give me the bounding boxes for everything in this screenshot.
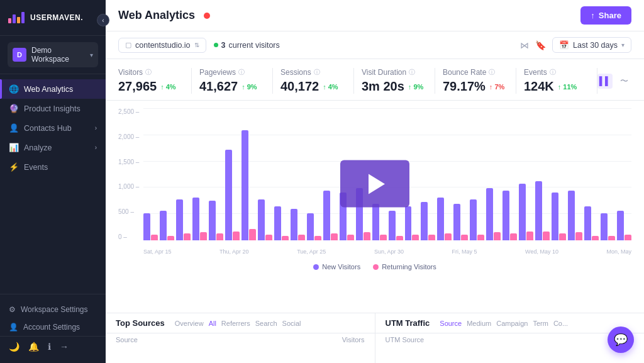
bar-group	[143, 108, 158, 240]
logout-icon[interactable]: →	[60, 342, 69, 352]
legend-new-visitors: New Visitors	[313, 263, 360, 271]
chart-legend: New Visitors Returning Visitors	[118, 263, 631, 271]
bar-group	[535, 108, 550, 240]
returning-visitors-bar	[445, 233, 452, 240]
notifications-icon[interactable]: 🔔	[28, 342, 39, 352]
dark-mode-icon[interactable]: 🌙	[9, 342, 19, 352]
top-sources-col-headers: Source Visitors	[106, 333, 375, 346]
bounce-rate-info-icon: ⓘ	[489, 68, 495, 77]
metrics-row: Visitors ⓘ 27,965 ↑ 4% Pageviews ⓘ 41,62…	[106, 59, 644, 101]
sidebar-item-analyze[interactable]: 📊 Analyze ›	[0, 138, 106, 157]
returning-visitors-bar	[510, 233, 517, 240]
new-visitors-bar	[307, 213, 314, 240]
pageviews-info-icon: ⓘ	[238, 68, 245, 77]
share-button[interactable]: ↑ Share	[580, 6, 631, 25]
new-visitors-bar	[258, 199, 265, 240]
returning-visitors-bar	[200, 232, 207, 240]
workspace-selector[interactable]: D Demo Workspace ▾	[8, 42, 98, 67]
referrers-tab[interactable]: Referrers	[221, 320, 250, 327]
utm-traffic-col-headers: UTM Source Visitors	[375, 333, 645, 346]
returning-visitors-bar	[233, 232, 240, 240]
metric-sessions: Sessions ⓘ 40,172 ↑ 4%	[273, 68, 354, 94]
bookmark-icon[interactable]: 🔖	[535, 40, 546, 50]
chart-x-axis: Sat, Apr 15 Thu, Apr 20 Tue, Apr 25 Sun,…	[143, 243, 631, 259]
current-visitors-badge: 3 current visitors	[214, 41, 280, 50]
utm-term-tab[interactable]: Term	[533, 320, 548, 327]
utm-medium-tab[interactable]: Medium	[467, 320, 491, 327]
search-tab[interactable]: Search	[255, 320, 277, 327]
utm-co-tab[interactable]: Co...	[553, 320, 568, 327]
top-sources-table: Top Sources Overview All Referrers Searc…	[106, 313, 375, 363]
top-sources-header: Top Sources Overview All Referrers Searc…	[106, 313, 375, 333]
line-chart-icon[interactable]: 〜	[616, 74, 631, 89]
social-tab[interactable]: Social	[282, 320, 301, 327]
analyze-chevron-icon: ›	[95, 144, 97, 151]
bar-group	[209, 108, 223, 240]
sidebar-item-events[interactable]: ⚡ Events	[0, 157, 106, 177]
utm-traffic-tabs: Source Medium Campaign Term Co...	[440, 320, 568, 327]
bar-group	[225, 108, 240, 240]
chat-icon: 💬	[614, 333, 628, 347]
visitors-col-header: Visitors	[342, 336, 365, 343]
sidebar-item-label: Analyze	[24, 143, 52, 152]
sidebar: USERMAVEN. D Demo Workspace ▾ 🌐 Web Anal…	[0, 0, 106, 363]
returning-visitors-bar	[592, 236, 599, 240]
returning-visitors-bar	[461, 235, 468, 240]
new-visitors-bar	[421, 202, 428, 240]
source-col-header: Source	[116, 336, 342, 343]
metric-visitors: Visitors ⓘ 27,965 ↑ 4%	[118, 68, 192, 94]
returning-visitors-bar	[282, 236, 289, 240]
workspace-settings-label: Workspace Settings	[21, 305, 88, 314]
date-range-selector[interactable]: 📅 Last 30 days ▾	[552, 37, 631, 53]
duration-label: Visit Duration	[362, 68, 406, 77]
sidebar-item-web-analytics[interactable]: 🌐 Web Analytics	[0, 79, 106, 99]
bar-group	[519, 108, 533, 240]
returning-visitors-label: Returning Visitors	[382, 263, 436, 271]
sidebar-item-contacts-hub[interactable]: 👤 Contacts Hub ›	[0, 118, 106, 138]
events-change: ↑ 11%	[558, 83, 577, 91]
filter-icon[interactable]: ⋈	[520, 40, 529, 50]
overview-tab[interactable]: Overview	[175, 320, 204, 327]
domain-chevron-icon: ⇅	[194, 42, 199, 48]
new-visitors-bar	[519, 184, 526, 240]
sessions-info-icon: ⓘ	[314, 68, 320, 77]
returning-visitors-bar	[396, 236, 403, 240]
utm-campaign-tab[interactable]: Campaign	[496, 320, 528, 327]
bar-group	[552, 108, 566, 240]
events-value: 124K	[524, 79, 554, 94]
sidebar-collapse-button[interactable]: ‹	[97, 14, 109, 26]
visitors-label: Visitors	[118, 68, 143, 77]
account-settings-item[interactable]: 👤 Account Settings	[0, 318, 106, 336]
metric-visit-duration: Visit Duration ⓘ 3m 20s ↑ 9%	[354, 68, 435, 94]
contacts-hub-chevron-icon: ›	[95, 125, 97, 131]
new-visitors-bar	[389, 211, 396, 240]
new-visitors-bar	[535, 181, 542, 240]
domain-selector[interactable]: ▢ contentstudio.io ⇅	[118, 38, 206, 53]
logo-text: USERMAVEN.	[30, 13, 83, 22]
workspace-name: Demo Workspace	[31, 46, 85, 64]
share-label: Share	[599, 11, 621, 20]
help-icon[interactable]: ℹ	[48, 342, 51, 352]
utm-source-tab[interactable]: Source	[440, 320, 462, 327]
chart-type-selector: ▌▌ 〜	[597, 74, 631, 89]
returning-visitors-bar	[608, 236, 615, 240]
share-icon: ↑	[591, 11, 595, 20]
sidebar-item-label: Product Insights	[24, 104, 80, 113]
bar-chart-icon[interactable]: ▌▌	[597, 74, 613, 89]
sidebar-item-label: Web Analytics	[24, 85, 73, 94]
bar-group	[160, 108, 174, 240]
workspace-settings-item[interactable]: ⚙ Workspace Settings	[0, 301, 106, 318]
bar-group	[421, 108, 435, 240]
metric-bounce-rate: Bounce Rate ⓘ 79.17% ↑ 7%	[435, 68, 516, 94]
returning-visitors-dot	[373, 264, 379, 270]
bar-group	[568, 108, 582, 240]
new-visitors-bar	[274, 206, 281, 240]
all-tab[interactable]: All	[209, 320, 216, 327]
sidebar-bottom-icons: 🌙 🔔 ℹ →	[0, 336, 106, 357]
chat-support-button[interactable]: 💬	[608, 327, 634, 353]
sidebar-item-product-insights[interactable]: 🔮 Product Insights	[0, 99, 106, 118]
returning-visitors-bar	[216, 233, 223, 240]
sessions-label: Sessions	[280, 68, 311, 77]
video-play-overlay[interactable]	[340, 160, 409, 208]
new-visitors-bar	[437, 198, 444, 240]
